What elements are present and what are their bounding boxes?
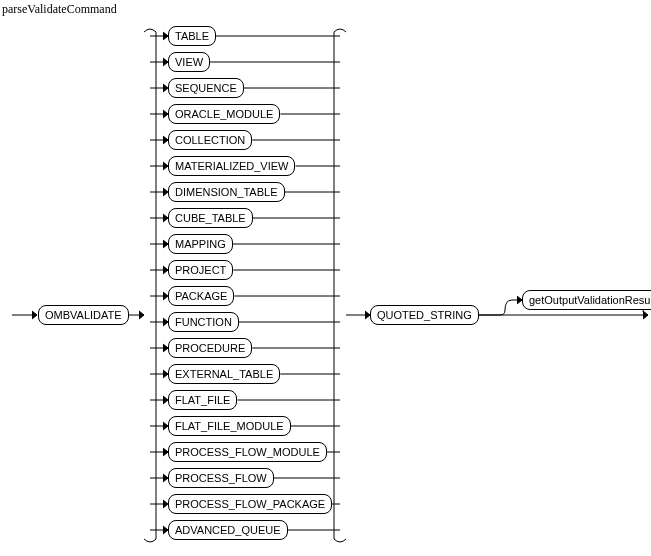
token-mapping: MAPPING (168, 234, 233, 254)
token-flat-file-module: FLAT_FILE_MODULE (168, 416, 291, 436)
token-oracle-module: ORACLE_MODULE (168, 104, 280, 124)
token-dimension-table: DIMENSION_TABLE (168, 182, 285, 202)
token-process-flow: PROCESS_FLOW (168, 468, 274, 488)
token-get-output-validation-results: getOutputValidationResults (522, 290, 651, 310)
token-procedure: PROCEDURE (168, 338, 252, 358)
token-process-flow-package: PROCESS_FLOW_PACKAGE (168, 494, 332, 514)
token-ombvalidate: OMBVALIDATE (38, 305, 129, 325)
token-flat-file: FLAT_FILE (168, 390, 237, 410)
token-quoted-string: QUOTED_STRING (370, 305, 479, 325)
token-package: PACKAGE (168, 286, 234, 306)
token-function: FUNCTION (168, 312, 239, 332)
token-materialized-view: MATERIALIZED_VIEW (168, 156, 295, 176)
token-advanced-queue: ADVANCED_QUEUE (168, 520, 288, 540)
token-view: VIEW (168, 52, 210, 72)
token-process-flow-module: PROCESS_FLOW_MODULE (168, 442, 327, 462)
railroad-svg (0, 0, 651, 556)
token-project: PROJECT (168, 260, 233, 280)
token-table: TABLE (168, 26, 216, 46)
token-external-table: EXTERNAL_TABLE (168, 364, 280, 384)
token-collection: COLLECTION (168, 130, 252, 150)
token-cube-table: CUBE_TABLE (168, 208, 253, 228)
token-sequence: SEQUENCE (168, 78, 244, 98)
